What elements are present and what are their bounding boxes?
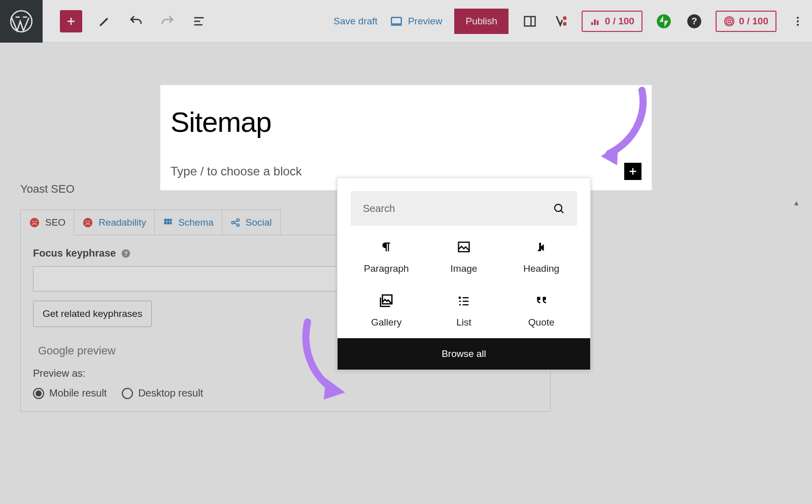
svg-point-14	[30, 218, 39, 227]
post-editor-card: Sitemap Type / to choose a block	[160, 85, 652, 190]
image-icon	[456, 239, 472, 255]
quote-icon	[533, 293, 550, 309]
settings-sidebar-toggle[interactable]	[521, 12, 539, 30]
save-draft-button[interactable]: Save draft	[333, 16, 378, 27]
svg-rect-2	[524, 16, 535, 26]
block-gallery-label: Gallery	[371, 317, 401, 328]
tab-seo[interactable]: SEO	[20, 209, 74, 235]
seo-score-badge-2[interactable]: 0 / 100	[716, 11, 776, 32]
paragraph-icon	[378, 239, 394, 255]
radio-desktop-result[interactable]: Desktop result	[122, 387, 203, 399]
svg-point-4	[563, 22, 567, 26]
svg-point-30	[459, 297, 460, 298]
yoast-sidebar-toggle[interactable]	[551, 12, 569, 30]
block-inserter-popup: Search Paragraph Image Heading Gallery L…	[337, 177, 591, 370]
svg-rect-19	[164, 222, 167, 224]
radio-mobile-result[interactable]: Mobile result	[33, 387, 107, 399]
undo-button[interactable]	[127, 12, 145, 30]
edit-tool-icon[interactable]	[95, 12, 114, 30]
svg-text:?: ?	[691, 16, 697, 26]
svg-point-3	[563, 16, 567, 20]
score-value-1: 0 / 100	[605, 16, 634, 27]
svg-rect-1	[391, 17, 401, 24]
svg-point-22	[231, 222, 234, 224]
wordpress-logo[interactable]	[0, 0, 43, 43]
browse-all-button[interactable]: Browse all	[337, 338, 590, 370]
block-image[interactable]: Image	[425, 239, 503, 274]
search-placeholder: Search	[363, 203, 395, 214]
editor-toolbar: Save draft Preview Publish 0 / 100 ? 0 /…	[0, 0, 812, 43]
tab-seo-label: SEO	[45, 217, 65, 228]
radio-mobile-label: Mobile result	[49, 387, 107, 399]
svg-point-8	[728, 20, 731, 23]
gallery-icon	[378, 293, 394, 309]
seo-score-badge-1[interactable]: 0 / 100	[582, 11, 642, 32]
block-gallery[interactable]: Gallery	[348, 293, 425, 328]
block-image-label: Image	[451, 263, 478, 274]
svg-point-13	[797, 24, 799, 26]
list-icon	[456, 293, 472, 309]
svg-point-15	[83, 218, 92, 227]
heading-icon	[533, 239, 550, 255]
block-quote-label: Quote	[528, 317, 555, 328]
svg-point-9	[726, 18, 732, 24]
tab-social-label: Social	[246, 217, 272, 228]
collapse-caret-icon[interactable]: ▲	[793, 199, 800, 207]
svg-rect-21	[170, 222, 172, 224]
score-value-2: 0 / 100	[739, 16, 768, 27]
tab-readability[interactable]: Readability	[74, 209, 155, 235]
tab-schema-label: Schema	[178, 217, 214, 228]
svg-point-0	[11, 11, 32, 32]
svg-point-23	[236, 219, 239, 222]
radio-icon	[122, 388, 133, 399]
svg-point-5	[657, 14, 671, 28]
svg-text:?: ?	[124, 250, 128, 257]
help-icon[interactable]: ?	[685, 12, 703, 30]
radio-icon	[33, 388, 44, 399]
toggle-inserter-button[interactable]	[60, 10, 82, 32]
svg-rect-18	[170, 219, 172, 222]
redo-button[interactable]	[158, 12, 177, 30]
svg-point-24	[236, 224, 239, 227]
publish-button[interactable]: Publish	[454, 9, 508, 34]
get-related-keyphrases-button[interactable]: Get related keyphrases	[33, 301, 152, 327]
svg-rect-16	[164, 219, 167, 222]
block-paragraph-label: Paragraph	[364, 263, 409, 274]
preview-label: Preview	[408, 16, 443, 27]
block-quote[interactable]: Quote	[502, 293, 580, 328]
block-heading-label: Heading	[523, 263, 559, 274]
preview-button[interactable]: Preview	[390, 15, 443, 28]
block-list-label: List	[456, 317, 471, 328]
tab-schema[interactable]: Schema	[154, 209, 222, 235]
options-menu-button[interactable]	[789, 12, 807, 30]
block-heading[interactable]: Heading	[502, 239, 580, 274]
search-icon	[553, 202, 565, 214]
svg-point-11	[797, 17, 799, 19]
block-paragraph[interactable]: Paragraph	[348, 239, 425, 274]
radio-desktop-label: Desktop result	[138, 387, 203, 399]
svg-point-27	[555, 204, 562, 211]
svg-rect-17	[167, 219, 170, 222]
add-block-button[interactable]	[624, 163, 641, 180]
inserter-search-input[interactable]: Search	[351, 191, 577, 226]
block-placeholder-text[interactable]: Type / to choose a block	[171, 164, 302, 178]
tab-readability-label: Readability	[98, 217, 146, 228]
document-overview-button[interactable]	[190, 12, 208, 30]
jetpack-icon[interactable]	[655, 12, 673, 30]
svg-point-12	[797, 20, 799, 22]
block-list[interactable]: List	[425, 293, 503, 328]
post-title[interactable]: Sitemap	[171, 105, 641, 138]
svg-rect-20	[167, 222, 170, 224]
tab-social[interactable]: Social	[222, 209, 281, 235]
